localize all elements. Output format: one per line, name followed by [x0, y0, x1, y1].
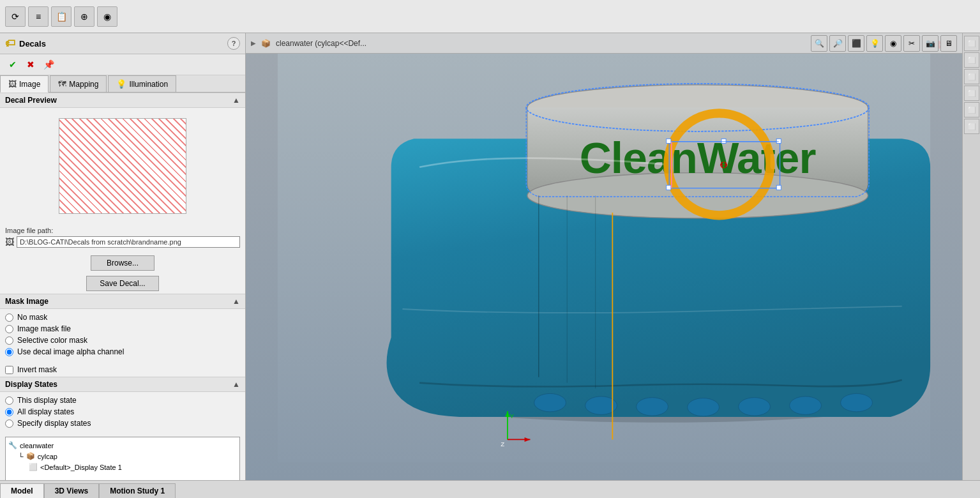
display-states-label: Display States: [5, 380, 57, 389]
tree-item-root[interactable]: 🔧 cleanwater: [8, 440, 237, 451]
viewport: ▶ 📦 cleanwater (cylcap<<Def... 🔍 🔎 ⬛ 💡 ◉…: [246, 33, 962, 480]
rs-btn-6[interactable]: ⬜: [964, 119, 979, 134]
state-this-radio[interactable]: [5, 396, 13, 405]
decal-preview-pattern: [59, 119, 186, 213]
mask-use-alpha[interactable]: Use decal image alpha channel: [5, 347, 240, 356]
mapping-tab-icon: 🗺: [58, 79, 66, 89]
invert-mask-item[interactable]: Invert mask: [5, 365, 240, 374]
tab-illumination[interactable]: 💡 Illumination: [108, 75, 176, 92]
toolbar-btn-circle[interactable]: ◉: [97, 6, 117, 27]
state-specify[interactable]: Specify display states: [5, 419, 240, 428]
mask-no-mask-radio[interactable]: [5, 313, 13, 322]
svg-rect-8: [667, 139, 671, 143]
toolbar-btn-copy[interactable]: 📋: [51, 6, 72, 27]
help-button[interactable]: ?: [227, 37, 240, 50]
state-this[interactable]: This display state: [5, 396, 240, 405]
mask-image-file-label: Image mask file: [17, 324, 71, 333]
file-path-input-row: 🖼: [5, 236, 240, 248]
toolbar-btn-crosshair[interactable]: ⊕: [74, 6, 94, 27]
state-all[interactable]: All display states: [5, 407, 240, 416]
scene-container: CleanWater: [246, 54, 962, 462]
svg-point-18: [534, 393, 566, 411]
toolbar-btn-list[interactable]: ≡: [28, 6, 49, 27]
preview-collapse-icon[interactable]: ▲: [232, 96, 240, 105]
svg-point-23: [790, 396, 822, 414]
state-all-radio[interactable]: [5, 408, 13, 416]
vp-select-btn[interactable]: ⬛: [848, 35, 864, 52]
file-icon: 🖼: [5, 237, 14, 247]
mask-image-section-header[interactable]: Mask Image ▲: [0, 294, 245, 309]
rs-btn-4[interactable]: ⬜: [964, 86, 979, 101]
vp-screen-btn[interactable]: 🖥: [940, 35, 957, 52]
tab-3dviews[interactable]: 3D Views: [44, 483, 99, 498]
vp-zoom-btn[interactable]: 🔎: [829, 35, 846, 52]
invert-mask-label: Invert mask: [17, 365, 57, 374]
display-states-collapse-icon[interactable]: ▲: [232, 380, 240, 389]
display-states-section-header[interactable]: Display States ▲: [0, 377, 245, 392]
viewport-expand-icon: ▶: [251, 40, 256, 47]
viewport-topbar: ▶ 📦 cleanwater (cylcap<<Def... 🔍 🔎 ⬛ 💡 ◉…: [246, 33, 962, 54]
file-path-row: Image file path: 🖼: [0, 224, 245, 253]
mask-selective-color-radio[interactable]: [5, 336, 13, 345]
illumination-tab-icon: 💡: [116, 79, 126, 89]
invert-mask-checkbox[interactable]: [5, 366, 13, 374]
tab-mapping-label: Mapping: [69, 80, 98, 89]
state-specify-radio[interactable]: [5, 419, 13, 428]
tab-illumination-label: Illumination: [129, 80, 168, 89]
image-tab-icon: 🖼: [8, 79, 17, 89]
bottom-tabs: Model 3D Views Motion Study 1: [0, 480, 980, 498]
vp-display-btn[interactable]: 💡: [866, 35, 883, 52]
rs-btn-3[interactable]: ⬜: [964, 69, 979, 84]
tab-image-label: Image: [19, 80, 40, 89]
svg-rect-11: [667, 185, 671, 190]
mask-use-alpha-radio[interactable]: [5, 348, 13, 356]
rs-btn-2[interactable]: ⬜: [964, 52, 979, 68]
mask-use-alpha-label: Use decal image alpha channel: [17, 347, 124, 356]
svg-rect-10: [776, 139, 781, 143]
panel-title: Decals: [19, 39, 223, 49]
save-decal-button[interactable]: Save Decal...: [86, 276, 158, 291]
svg-text:Y: Y: [509, 412, 514, 419]
cancel-button[interactable]: ✖: [23, 57, 38, 72]
tree-cylcap-icon: 📦: [26, 452, 35, 460]
tabs-row: 🖼 Image 🗺 Mapping 💡 Illumination: [0, 75, 245, 93]
tree-root-label: cleanwater: [20, 442, 54, 449]
mask-radio-group: No mask Image mask file Selective color …: [0, 309, 245, 363]
mask-selective-color[interactable]: Selective color mask: [5, 336, 240, 345]
tab-mapping[interactable]: 🗺 Mapping: [50, 75, 107, 92]
tab-model[interactable]: Model: [0, 483, 44, 498]
viewport-title: cleanwater (cylcap<<Def...: [276, 39, 366, 48]
mask-image-file[interactable]: Image mask file: [5, 324, 240, 333]
rs-btn-5[interactable]: ⬜: [964, 102, 979, 117]
rs-btn-1[interactable]: ⬜: [964, 36, 979, 51]
tree-expand-icon: └: [19, 453, 24, 460]
main-area: 🏷 Decals ? ✔ ✖ 📌 🖼 Image 🗺 Mapping 💡 Ill…: [0, 33, 980, 480]
decal-preview-area: [59, 118, 186, 214]
browse-button[interactable]: Browse...: [91, 255, 155, 271]
file-path-label: Image file path:: [5, 227, 240, 234]
confirm-button[interactable]: ✔: [5, 57, 20, 72]
tree-display-icon: ⬜: [29, 463, 38, 471]
mask-collapse-icon[interactable]: ▲: [232, 297, 240, 306]
toolbar-btn-rotate[interactable]: ⟳: [5, 6, 26, 27]
tree-item-display-state[interactable]: ⬜ <Default>_Display State 1: [29, 462, 237, 472]
file-path-input[interactable]: [17, 236, 240, 248]
tab-motion-study[interactable]: Motion Study 1: [99, 483, 176, 498]
viewport-toolbar: 🔍 🔎 ⬛ 💡 ◉ ✂ 📷 🖥: [811, 35, 957, 52]
vp-camera-btn[interactable]: 📷: [922, 35, 939, 52]
display-states-content: This display state All display states Sp…: [0, 392, 245, 434]
mask-no-mask[interactable]: No mask: [5, 313, 240, 322]
mask-image-file-radio[interactable]: [5, 325, 13, 333]
vp-search-btn[interactable]: 🔍: [811, 35, 827, 52]
mask-no-mask-label: No mask: [17, 313, 47, 322]
decals-icon: 🏷: [5, 38, 15, 49]
left-panel: 🏷 Decals ? ✔ ✖ 📌 🖼 Image 🗺 Mapping 💡 Ill…: [0, 33, 246, 480]
state-all-label: All display states: [17, 407, 74, 416]
tree-item-cylcap[interactable]: └ 📦 cylcap: [19, 451, 237, 462]
tree-root-icon: 🔧: [8, 441, 17, 449]
pin-button[interactable]: 📌: [41, 57, 56, 72]
vp-section-btn[interactable]: ✂: [903, 35, 920, 52]
decal-preview-section-header[interactable]: Decal Preview ▲: [0, 93, 245, 108]
vp-render-btn[interactable]: ◉: [885, 35, 901, 52]
tab-image[interactable]: 🖼 Image: [0, 75, 49, 93]
